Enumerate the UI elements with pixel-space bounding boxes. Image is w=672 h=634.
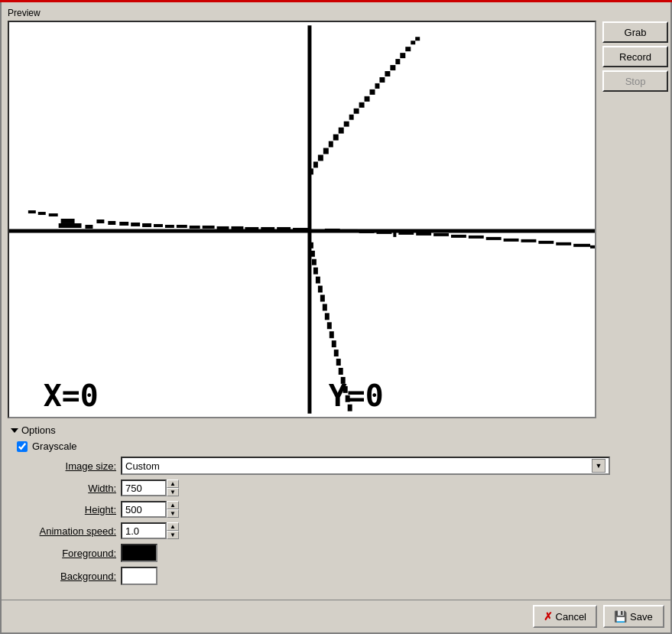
red-top-border [0,0,672,2]
svg-rect-67 [342,229,358,232]
foreground-label: Foreground: [17,548,116,559]
width-spin-up[interactable]: ▲ [167,480,179,488]
foreground-color-swatch[interactable] [121,544,157,562]
main-window: Preview [0,0,672,634]
options-header[interactable]: Options [11,424,661,436]
graph-svg: X=0 Y=0 [9,22,595,417]
height-spin-down[interactable]: ▼ [167,509,179,518]
animation-speed-input[interactable] [121,522,167,539]
animation-speed-spin-down[interactable]: ▼ [167,531,179,539]
options-grid: Image size: Custom ▼ Width: ▲ ▼ Height: [11,457,661,585]
svg-rect-8 [390,65,395,70]
svg-rect-15 [354,109,359,114]
svg-rect-29 [316,277,320,284]
grayscale-checkbox[interactable] [17,441,28,452]
svg-rect-60 [217,226,229,229]
svg-rect-72 [416,232,431,236]
dropdown-arrow-icon[interactable]: ▼ [592,459,605,473]
svg-rect-21 [323,148,329,154]
animation-speed-spin-up[interactable]: ▲ [167,522,179,531]
svg-rect-68 [359,230,375,233]
image-size-label: Image size: [17,460,116,472]
record-button[interactable]: Record [602,46,668,67]
svg-rect-34 [327,322,332,329]
svg-rect-37 [334,350,339,356]
svg-rect-53 [131,223,140,226]
svg-rect-25 [310,242,313,249]
svg-rect-10 [379,77,385,83]
height-spin-buttons: ▲ ▼ [167,501,179,518]
svg-rect-31 [320,294,325,301]
save-icon: 💾 [614,610,627,623]
svg-rect-57 [177,225,187,228]
width-spin-buttons: ▲ ▼ [167,480,179,496]
svg-rect-50 [96,219,104,223]
background-color-swatch[interactable] [121,567,157,585]
svg-rect-81 [573,244,590,247]
animation-speed-spin-buttons: ▲ ▼ [167,522,179,539]
width-field-container: ▲ ▼ [121,480,661,496]
expand-icon [11,427,18,434]
svg-rect-4 [411,41,415,44]
svg-rect-32 [323,304,327,310]
svg-rect-80 [556,242,571,245]
svg-rect-7 [395,59,400,64]
background-swatch-container [121,567,661,585]
background-label: Background: [17,571,116,582]
svg-rect-38 [336,359,341,366]
preview-canvas: X=0 Y=0 [8,21,596,418]
foreground-swatch-container [121,544,661,562]
save-button[interactable]: 💾 Save [603,605,664,628]
svg-rect-74 [451,235,466,238]
svg-rect-22 [318,154,323,161]
svg-rect-77 [504,239,519,242]
stop-button[interactable]: Stop [602,70,668,92]
svg-rect-13 [365,96,370,102]
bottom-bar: ✗ Cancel 💾 Save [2,600,670,632]
svg-rect-44 [28,210,36,213]
svg-rect-30 [318,286,323,293]
svg-rect-17 [344,122,349,127]
svg-rect-18 [339,128,344,134]
svg-rect-69 [376,231,391,234]
width-input[interactable] [121,480,167,496]
svg-rect-39 [339,368,343,375]
svg-rect-12 [370,89,375,95]
height-spin-up[interactable]: ▲ [167,501,179,509]
svg-rect-75 [469,236,484,239]
svg-rect-11 [375,83,380,89]
svg-rect-14 [359,102,365,108]
svg-rect-62 [245,227,258,230]
svg-rect-16 [349,115,354,120]
grayscale-label: Grayscale [32,441,77,452]
height-input[interactable] [121,501,167,518]
svg-rect-55 [154,224,163,227]
svg-rect-78 [521,239,537,242]
grab-button[interactable]: Grab [602,21,668,43]
svg-rect-58 [190,226,200,229]
y-label: Y=0 [329,378,384,413]
svg-rect-45 [38,212,46,215]
top-area: Preview [2,2,670,421]
svg-rect-24 [310,168,313,174]
svg-rect-56 [165,225,174,228]
svg-rect-51 [108,221,115,225]
image-size-dropdown[interactable]: Custom ▼ [121,457,610,475]
svg-rect-66 [325,229,340,232]
svg-rect-65 [293,228,308,231]
svg-rect-46 [49,213,58,216]
animation-speed-label: Animation speed: [17,525,116,537]
svg-rect-3 [415,37,420,41]
cancel-label: Cancel [556,611,586,623]
svg-rect-49 [85,225,93,229]
spacer [2,591,670,600]
svg-rect-76 [486,237,502,240]
cancel-button[interactable]: ✗ Cancel [533,605,597,628]
image-size-value: Custom [125,460,160,472]
svg-rect-20 [329,141,333,148]
svg-rect-27 [312,259,317,265]
width-spin-down[interactable]: ▼ [167,488,179,496]
width-label: Width: [17,483,116,494]
svg-rect-6 [400,53,405,58]
svg-rect-64 [277,227,291,230]
